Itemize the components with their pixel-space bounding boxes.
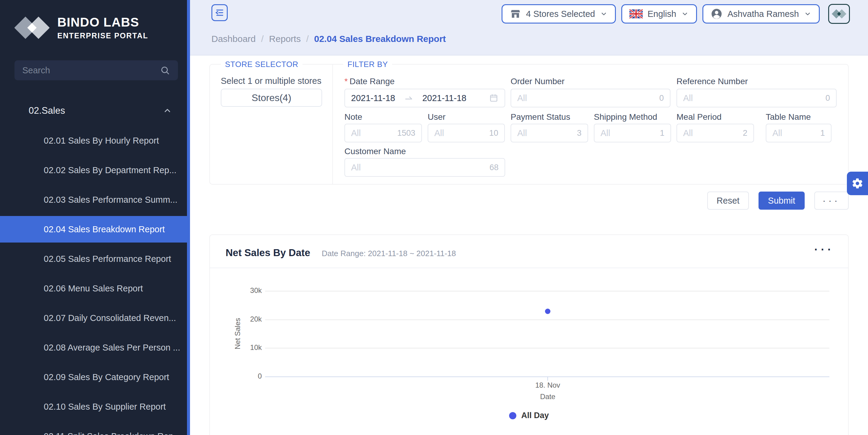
brand-title: BINDO LABS [57,15,148,29]
meal-period-label: Meal Period [677,112,721,122]
sidebar-item-02-07[interactable]: 02.07 Daily Consolidated Reven... [0,305,187,331]
gridline-10k [265,348,829,348]
sidebar-item-02-02[interactable]: 02.02 Sales By Department Rep... [0,157,187,183]
table-name-input[interactable]: All 1 [766,124,832,143]
legend-label: All Day [521,411,549,420]
brand-subtitle: ENTERPRISE PORTAL [57,31,148,40]
panel-divider [332,65,333,184]
chart-subtitle: Date Range: 2021-11-18 ~ 2021-11-18 [322,249,456,258]
order-number-label: Order Number [510,76,565,86]
chevron-up-icon [163,106,172,115]
breadcrumb-current: 02.04 Sales Breakdown Report [314,34,446,44]
user-input[interactable]: All 10 [428,124,505,143]
input-placeholder: All [351,128,361,138]
input-placeholder: All [517,128,527,138]
sidebar-group-sales[interactable]: 02.Sales [0,103,187,118]
net-sales-chart-card: Net Sales By Date Date Range: 2021-11-18… [209,235,849,435]
filter-by-legend: FILTER BY [343,60,392,69]
date-range-input[interactable]: 2021-11-18 2021-11-18 [344,89,505,107]
sidebar-search-input[interactable]: Search [14,60,178,80]
meal-period-input[interactable]: All 2 [677,124,754,143]
language-label: English [648,9,676,19]
breadcrumb-dashboard[interactable]: Dashboard [211,34,256,44]
collapse-sidebar-button[interactable] [211,4,228,21]
user-label: User [428,112,445,122]
x-tick-mark [548,377,548,381]
gridline-20k [265,319,829,320]
payment-status-input[interactable]: All 3 [510,124,588,143]
chevron-down-icon [681,10,689,18]
date-range-start: 2021-11-18 [351,93,395,103]
bindo-app-button[interactable] [828,4,850,24]
chevron-down-icon [804,10,812,18]
payment-status-label: Payment Status [510,112,570,122]
main-content: 4 Stores Selected English [190,0,868,435]
store-selector-label: 4 Stores Selected [526,9,595,19]
customer-name-input[interactable]: All 68 [344,158,505,177]
ellipsis-icon: ... [814,241,834,253]
date-range-label: *Date Range [344,76,395,86]
breadcrumb-reports[interactable]: Reports [269,34,301,44]
data-point-all-day[interactable] [545,309,550,314]
breadcrumb: Dashboard / Reports / 02.04 Sales Breakd… [211,34,446,44]
input-placeholder: All [683,128,693,138]
chart-title: Net Sales By Date [226,247,310,258]
chart-header: Net Sales By Date Date Range: 2021-11-18… [226,247,456,258]
store-selector-dropdown[interactable]: 4 Stores Selected [501,4,616,24]
required-asterisk: * [344,76,348,86]
x-tick-label: 18. Nov [518,381,578,390]
sidebar-item-02-10[interactable]: 02.10 Sales By Supplier Report [0,393,187,420]
reset-button[interactable]: Reset [707,192,749,210]
sidebar-item-02-01[interactable]: 02.01 Sales By Hourly Report [0,127,187,154]
submit-button[interactable]: Submit [758,192,805,210]
breadcrumb-separator: / [306,34,309,44]
reference-number-input[interactable]: All 0 [677,89,837,107]
shipping-method-label: Shipping Method [594,112,657,122]
note-label: Note [344,112,362,122]
sidebar-item-02-06[interactable]: 02.06 Menu Sales Report [0,275,187,302]
gear-icon [851,177,864,189]
more-actions-button[interactable]: ... [814,192,849,210]
sidebar-item-02-08[interactable]: 02.08 Average Sales Per Person ... [0,334,187,361]
input-placeholder: All [683,93,693,103]
reference-number-label: Reference Number [677,76,748,86]
user-avatar-icon [711,8,723,20]
input-count: 1 [660,128,664,138]
x-axis-title: Date [518,393,578,401]
note-input[interactable]: All 1503 [344,124,422,143]
stores-button[interactable]: Stores(4) [221,89,322,107]
settings-button[interactable] [847,172,868,195]
input-count: 1503 [397,128,415,138]
chart-header-divider [210,268,848,268]
brand-logo: BINDO LABS ENTERPRISE PORTAL [0,0,187,43]
chart-legend-all-day[interactable]: All Day [210,411,848,420]
sidebar: BINDO LABS ENTERPRISE PORTAL Search 02.S… [0,0,190,435]
y-tick-0: 0 [228,372,262,380]
user-menu-dropdown[interactable]: Ashvatha Ramesh [703,4,820,24]
sidebar-item-02-05[interactable]: 02.05 Sales Performance Report [0,246,187,272]
chart-context-menu-button[interactable]: ... [814,241,834,253]
topbar-controls: 4 Stores Selected English [501,4,850,24]
ellipsis-icon: ... [823,192,840,204]
input-count: 0 [659,94,664,103]
input-placeholder: All [351,163,361,173]
sidebar-item-02-03[interactable]: 02.03 Sales Performance Summ... [0,186,187,213]
user-name-label: Ashvatha Ramesh [727,9,799,19]
storefront-icon [510,8,521,19]
sidebar-item-02-04-selected[interactable]: 02.04 Sales Breakdown Report [0,216,187,243]
table-name-label: Table Name [766,112,811,122]
language-dropdown[interactable]: English [621,4,697,24]
search-icon [160,65,170,75]
input-count: 10 [489,128,498,138]
shipping-method-input[interactable]: All 1 [594,124,671,143]
input-placeholder: All [434,128,444,138]
date-range-end: 2021-11-18 [422,93,466,103]
order-number-input[interactable]: All 0 [510,89,671,107]
sidebar-report-list: 02.01 Sales By Hourly Report 02.02 Sales… [0,127,187,435]
filter-panel: STORE SELECTOR FILTER BY Select 1 or mul… [209,64,849,185]
input-placeholder: All [517,93,527,103]
sidebar-item-02-09[interactable]: 02.09 Sales By Category Report [0,364,187,390]
sidebar-item-02-11[interactable]: 02.11 Split Sales Breakdown Rep... [0,423,187,435]
input-count: 68 [490,163,499,172]
input-count: 0 [826,94,830,103]
